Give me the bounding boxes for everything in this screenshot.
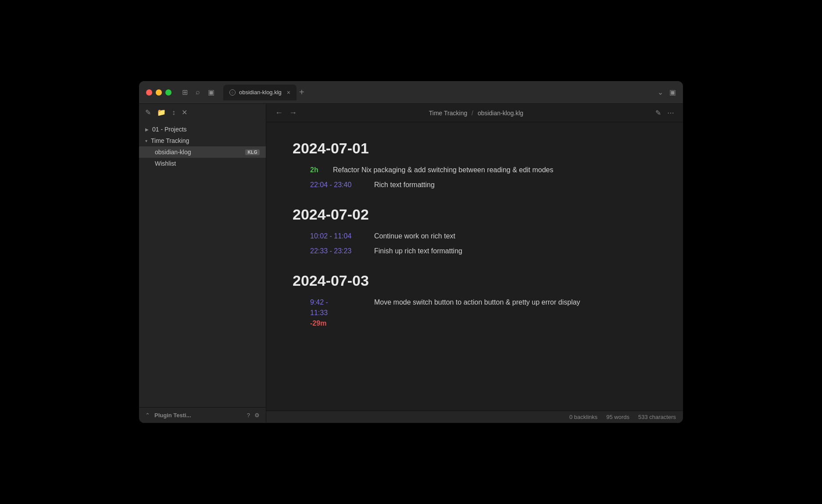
- breadcrumb-separator: /: [472, 110, 473, 117]
- tab-close-button[interactable]: ×: [287, 89, 290, 96]
- sidebar-item-obsidian-klog[interactable]: obsidian-klog KLG: [139, 146, 266, 158]
- sidebar-item-time-tracking[interactable]: ▾ Time Tracking: [139, 135, 266, 146]
- new-note-icon[interactable]: ✎: [145, 108, 151, 117]
- editor-header-actions: ✎ ⋯: [655, 109, 674, 117]
- breadcrumb-folder[interactable]: Time Tracking: [429, 110, 467, 117]
- sidebar-item-label: 01 - Projects: [152, 126, 260, 133]
- new-folder-icon[interactable]: 📁: [157, 108, 166, 117]
- time-range-value: 22:04 - 23:40: [310, 180, 367, 190]
- date-heading-1: 2024-07-01: [293, 140, 657, 157]
- negative-duration: -29m: [310, 318, 367, 329]
- close-button[interactable]: [146, 89, 152, 96]
- log-entry: 10:02 - 11:04 Continue work on rich text: [310, 231, 657, 241]
- new-tab-button[interactable]: +: [299, 87, 304, 97]
- sidebar-footer: ⌃ Plugin Testi... ? ⚙: [139, 407, 266, 423]
- breadcrumb-file[interactable]: obsidian-klog.klg: [478, 110, 523, 117]
- chevron-right-icon: ▶: [145, 127, 149, 132]
- editor-body[interactable]: 2024-07-01 2h Refactor Nix packaging & a…: [266, 122, 683, 411]
- sort-icon[interactable]: ↕: [172, 109, 175, 117]
- entry-description: Continue work on rich text: [374, 231, 455, 241]
- layout-icon[interactable]: ▣: [669, 88, 676, 96]
- sidebar: ✎ 📁 ↕ ✕ ▶ 01 - Projects ▾ Time Tracking: [139, 104, 266, 423]
- log-entry: 22:04 - 23:40 Rich text formatting: [310, 180, 657, 190]
- log-entries-2: 10:02 - 11:04 Continue work on rich text…: [293, 231, 657, 256]
- sidebar-toggle-icon[interactable]: ▣: [208, 88, 214, 96]
- tabs-area: ○ obsidian-klog.klg × +: [223, 85, 658, 100]
- log-entry: 2h Refactor Nix packaging & add switchin…: [310, 165, 657, 175]
- date-heading-2: 2024-07-02: [293, 206, 657, 223]
- tab-label: obsidian-klog.klg: [239, 89, 282, 96]
- log-entry: 9:42 - 11:33 -29m Move mode switch butto…: [310, 297, 657, 329]
- edit-icon[interactable]: ✎: [655, 109, 661, 117]
- time-range-value: 22:33 - 23:23: [310, 246, 367, 256]
- date-section-3: 2024-07-03 9:42 - 11:33 -29m Move mode s…: [293, 272, 657, 329]
- chevron-down-icon[interactable]: ⌄: [658, 88, 663, 96]
- date-section-2: 2024-07-02 10:02 - 11:04 Continue work o…: [293, 206, 657, 256]
- sidebar-item-wishlist[interactable]: Wishlist: [139, 158, 266, 169]
- plugin-chevron-icon: ⌃: [145, 412, 150, 419]
- date-section-1: 2024-07-01 2h Refactor Nix packaging & a…: [293, 140, 657, 190]
- sidebar-item-label: obsidian-klog: [155, 149, 245, 156]
- forward-button[interactable]: →: [289, 108, 297, 117]
- sidebar-item-projects[interactable]: ▶ 01 - Projects: [139, 124, 266, 135]
- entry-description: Finish up rich text formatting: [374, 246, 462, 256]
- close-icon[interactable]: ✕: [182, 108, 187, 117]
- log-entries-1: 2h Refactor Nix packaging & add switchin…: [293, 165, 657, 190]
- maximize-button[interactable]: [165, 89, 172, 96]
- date-heading-3: 2024-07-03: [293, 272, 657, 289]
- titlebar-right-controls: ⌄ ▣: [658, 88, 676, 96]
- search-icon[interactable]: ⌕: [196, 88, 200, 96]
- entry-description: Refactor Nix packaging & add switching b…: [333, 165, 554, 175]
- sidebar-toolbar: ✎ 📁 ↕ ✕: [139, 104, 266, 121]
- back-button[interactable]: ←: [275, 108, 283, 117]
- duration-value: 2h: [310, 165, 326, 175]
- app-window: ⊞ ⌕ ▣ ○ obsidian-klog.klg × + ⌄ ▣ ✎ 📁 ↕ …: [139, 81, 683, 423]
- editor-status-bar: 0 backlinks 95 words 533 characters: [266, 411, 683, 423]
- plugin-label: Plugin Testi...: [154, 412, 243, 419]
- tab-obsidian-klog[interactable]: ○ obsidian-klog.klg ×: [223, 85, 297, 100]
- open-range-time: 9:42 - 11:33 -29m: [310, 297, 367, 329]
- time-range-value: 10:02 - 11:04: [310, 231, 367, 241]
- entry-description: Move mode switch button to action button…: [374, 297, 580, 308]
- log-entries-3: 9:42 - 11:33 -29m Move mode switch butto…: [293, 297, 657, 329]
- editor-header: ← → Time Tracking / obsidian-klog.klg ✎ …: [266, 104, 683, 122]
- log-entry: 22:33 - 23:23 Finish up rich text format…: [310, 246, 657, 256]
- help-icon[interactable]: ?: [247, 412, 250, 419]
- time-range-line2: 11:33: [310, 308, 367, 318]
- folder-icon[interactable]: ⊞: [182, 88, 188, 96]
- main-area: ✎ 📁 ↕ ✕ ▶ 01 - Projects ▾ Time Tracking: [139, 104, 683, 423]
- sidebar-item-label: Time Tracking: [151, 137, 260, 144]
- time-range-line1: 9:42 -: [310, 297, 367, 308]
- settings-icon[interactable]: ⚙: [254, 412, 260, 419]
- backlinks-count[interactable]: 0 backlinks: [569, 414, 597, 420]
- entry-description: Rich text formatting: [374, 180, 435, 190]
- breadcrumb: Time Tracking / obsidian-klog.klg: [303, 110, 649, 117]
- titlebar: ⊞ ⌕ ▣ ○ obsidian-klog.klg × + ⌄ ▣: [139, 81, 683, 104]
- tab-file-icon: ○: [229, 89, 236, 96]
- sidebar-item-label: Wishlist: [155, 160, 260, 167]
- more-options-icon[interactable]: ⋯: [667, 109, 674, 117]
- traffic-lights: [146, 89, 172, 96]
- file-type-badge: KLG: [245, 149, 260, 155]
- word-count: 95 words: [606, 414, 629, 420]
- char-count: 533 characters: [638, 414, 676, 420]
- titlebar-icons: ⊞ ⌕ ▣: [182, 88, 214, 96]
- chevron-down-icon: ▾: [145, 138, 147, 143]
- minimize-button[interactable]: [156, 89, 162, 96]
- editor-pane: ← → Time Tracking / obsidian-klog.klg ✎ …: [266, 104, 683, 423]
- sidebar-file-tree: ▶ 01 - Projects ▾ Time Tracking obsidian…: [139, 121, 266, 407]
